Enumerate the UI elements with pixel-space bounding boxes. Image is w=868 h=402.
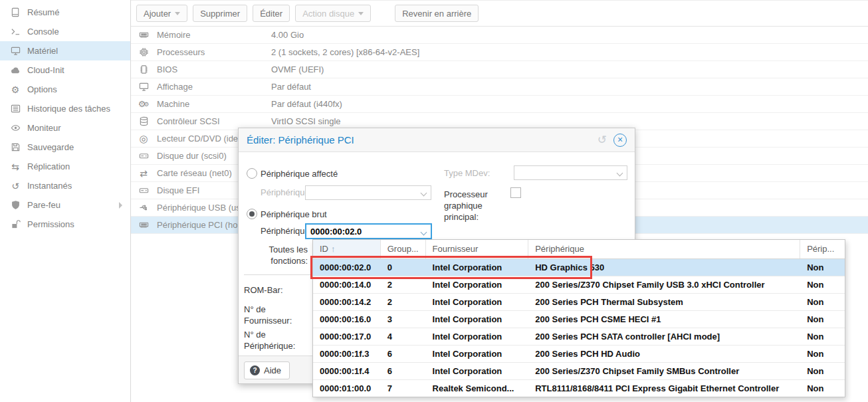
- button-label: Ajouter: [144, 9, 171, 19]
- sort-ascending-icon: ↑: [331, 244, 336, 254]
- grid-cell: Non: [800, 294, 845, 310]
- grid-cell: 3: [381, 311, 426, 328]
- column-header-label: Group...: [387, 244, 419, 254]
- sidebar-item-label: Matériel: [27, 46, 58, 56]
- memory-icon: [137, 30, 150, 40]
- hardware-row-label: BIOS: [157, 64, 271, 74]
- grid-cell: 200 Series PCH CSME HECI #1: [528, 311, 800, 328]
- all-functions-label: Toutes les fonctions:: [244, 244, 308, 266]
- pci-device-combobox[interactable]: 0000:00:02.0: [305, 223, 432, 239]
- undo-icon[interactable]: ↺: [597, 133, 607, 147]
- grid-column-header-fournisseur[interactable]: Fournisseur: [426, 240, 529, 258]
- eye-icon: [9, 123, 22, 133]
- device-id-label: N° de Périphérique:: [244, 329, 304, 352]
- close-icon[interactable]: ×: [613, 134, 627, 147]
- hardware-toolbar: AjouterSupprimerÉditerAction disqueReven…: [131, 0, 868, 27]
- hardware-row-bios[interactable]: BIOSOVMF (UEFI): [131, 61, 868, 78]
- grid-cell: 6: [381, 346, 426, 362]
- memory-icon: [137, 220, 150, 230]
- grid-cell: Non: [800, 311, 845, 328]
- grid-cell: Non: [800, 363, 845, 379]
- sidebar-item-options[interactable]: ⚙Options: [0, 80, 130, 99]
- sidebar-item-instantanes[interactable]: ↺Instantanés: [0, 176, 130, 195]
- grid-column-header-id[interactable]: ID↑: [313, 240, 381, 258]
- hardware-row-processeurs[interactable]: Processeurs2 (1 sockets, 2 cores) [x86-6…: [131, 44, 868, 61]
- sidebar-item-label: Résumé: [27, 7, 59, 17]
- pci-row-0000-00-14-0[interactable]: 0000:00:14.02Intel Corporation200 Series…: [313, 276, 845, 294]
- sidebar-item-cloud-init[interactable]: Cloud-Init: [0, 60, 130, 80]
- grid-cell: Non: [800, 380, 845, 397]
- pci-device-dropdown-grid: ID↑Group...FournisseurPériphériquePérip.…: [312, 239, 845, 397]
- mapped-device-radio-label: Périphérique affecté: [261, 169, 338, 179]
- grid-cell: 0000:00:14.2: [313, 294, 381, 310]
- action-disque-button: Action disque: [295, 5, 371, 22]
- monitor-icon: [137, 82, 150, 92]
- vm-sidebar: RésuméConsoleMatérielCloud-Init⚙OptionsH…: [0, 0, 131, 402]
- sidebar-item-permissions[interactable]: Permissions: [0, 215, 130, 234]
- pci-row-0000-00-1f-4[interactable]: 0000:00:1f.46Intel Corporation200 Series…: [313, 363, 845, 380]
- sidebar-item-historique-des-taches[interactable]: Historique des tâches: [0, 99, 130, 118]
- pci-device-combobox-value: 0000:00:02.0: [310, 227, 362, 237]
- hardware-row-value: 2 (1 sockets, 2 cores) [x86-64-v2-AES]: [271, 47, 419, 57]
- hardware-row-label: Contrôleur SCSI: [157, 116, 271, 126]
- grid-column-header-group[interactable]: Group...: [381, 240, 426, 258]
- grid-column-header-perip[interactable]: Périp...: [800, 240, 845, 258]
- hardware-row-value: Par défaut: [271, 82, 311, 92]
- sidebar-item-console[interactable]: Console: [0, 22, 130, 41]
- help-button[interactable]: ? Aide: [244, 361, 290, 379]
- pci-row-0000-00-17-0[interactable]: 0000:00:17.04Intel Corporation200 Series…: [313, 328, 845, 346]
- grid-column-header-peripherique[interactable]: Périphérique: [528, 240, 800, 258]
- grid-cell: 0: [381, 259, 426, 276]
- raw-device-radio[interactable]: [247, 209, 257, 219]
- hardware-row-affichage[interactable]: AffichagePar défaut: [131, 78, 868, 96]
- grid-cell: 0000:00:1f.4: [313, 363, 381, 379]
- button-label: Revenir en arrière: [402, 9, 471, 19]
- sidebar-item-moniteur[interactable]: Moniteur: [0, 118, 130, 138]
- hardware-row-value: VirtIO SCSI single: [271, 116, 341, 126]
- grid-cell: 0000:01:00.0: [313, 380, 381, 397]
- ajouter-button[interactable]: Ajouter: [136, 5, 187, 22]
- pci-row-0000-00-14-2[interactable]: 0000:00:14.22Intel Corporation200 Series…: [313, 294, 845, 311]
- chip-icon: [137, 64, 150, 74]
- floppy-icon: [9, 142, 22, 152]
- pci-row-0000-00-02-0[interactable]: 0000:00:02.00Intel CorporationHD Graphic…: [313, 259, 845, 276]
- gears-icon: ⚙⚙: [137, 100, 150, 109]
- raw-device-radio-label: Périphérique brut: [261, 209, 327, 219]
- pci-row-0000-00-1f-3[interactable]: 0000:00:1f.36Intel Corporation200 Series…: [313, 346, 845, 363]
- hardware-row-memoire[interactable]: Mémoire4.00 Gio: [131, 27, 868, 44]
- chevron-down-icon: [421, 190, 427, 197]
- supprimer-button[interactable]: Supprimer: [193, 5, 247, 22]
- mdev-type-combobox[interactable]: [514, 165, 627, 180]
- grid-cell: Intel Corporation: [426, 328, 529, 345]
- chevron-down-icon: [358, 12, 364, 15]
- book-icon: [9, 7, 22, 17]
- mapped-device-radio[interactable]: [247, 168, 257, 179]
- sidebar-item-materiel[interactable]: Matériel: [0, 41, 130, 60]
- database-icon: [137, 116, 150, 126]
- button-label: Action disque: [302, 9, 354, 19]
- grid-cell: Intel Corporation: [426, 346, 529, 362]
- pci-row-0000-01-00-0[interactable]: 0000:01:00.07Realtek Semicond...RTL8111/…: [313, 380, 845, 397]
- pci-row-0000-00-16-0[interactable]: 0000:00:16.03Intel Corporation200 Series…: [313, 311, 845, 328]
- sidebar-item-label: Options: [27, 84, 57, 94]
- sidebar-item-pare-feu[interactable]: Pare-feu: [0, 195, 130, 215]
- chevron-right-icon: [119, 202, 122, 209]
- hdd-icon: [137, 151, 150, 161]
- proxmox-vm-hardware-screen: RésuméConsoleMatérielCloud-Init⚙OptionsH…: [0, 0, 868, 402]
- column-header-label: Fournisseur: [433, 244, 479, 254]
- grid-cell: RTL8111/8168/8411 PCI Express Gigabit Et…: [528, 380, 800, 397]
- mapped-device-combobox[interactable]: [305, 185, 431, 200]
- sidebar-item-resume[interactable]: Résumé: [0, 3, 130, 22]
- hardware-row-value: 4.00 Gio: [271, 30, 304, 40]
- sidebar-item-label: Instantanés: [27, 181, 72, 191]
- sidebar-item-sauvegarde[interactable]: Sauvegarde: [0, 138, 130, 157]
- hardware-row-machine[interactable]: ⚙⚙MachinePar défaut (i440fx): [131, 96, 868, 113]
- sidebar-item-replication[interactable]: ⇆Réplication: [0, 157, 130, 176]
- sidebar-item-label: Historique des tâches: [27, 104, 110, 114]
- hardware-row-label: Affichage: [157, 82, 271, 92]
- primary-gpu-checkbox[interactable]: [510, 187, 521, 198]
- dialog-title: Éditer: Périphérique PCI: [247, 134, 591, 146]
- revenir-en-arriere-button[interactable]: Revenir en arrière: [395, 5, 479, 22]
- grid-cell: 4: [381, 328, 426, 345]
- editer-button[interactable]: Éditer: [253, 5, 290, 22]
